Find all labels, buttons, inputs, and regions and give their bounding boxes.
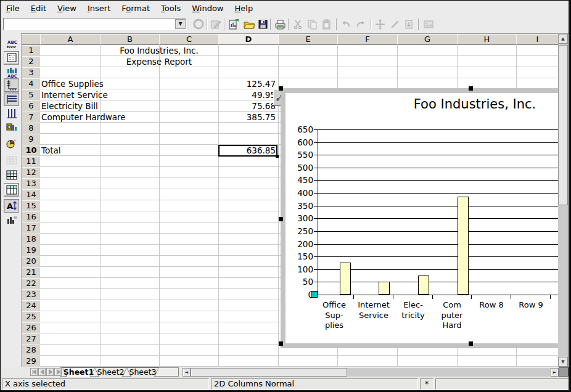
menu-file[interactable]: File: [1, 2, 25, 14]
expense-value-cell[interactable]: 75.68: [219, 100, 276, 112]
hscroll-left-button[interactable]: ◄: [183, 368, 191, 377]
expense-label-cell[interactable]: Internet Service: [41, 89, 108, 100]
combobox-dropdown-arrow-icon[interactable]: ▼: [175, 19, 186, 29]
bar-4[interactable]: [458, 197, 469, 295]
row-header-4[interactable]: 4: [22, 78, 41, 90]
cell-reference-input[interactable]: [4, 19, 175, 30]
expense-label-cell[interactable]: Electricity Bill: [41, 100, 98, 112]
cell-reference-combobox[interactable]: ▼: [3, 18, 187, 30]
row-header-16[interactable]: 16: [22, 211, 41, 223]
menu-format[interactable]: Format: [116, 2, 155, 14]
bar-1[interactable]: [340, 263, 351, 295]
menu-view[interactable]: View: [52, 2, 82, 14]
merged-title-cell[interactable]: Expense Report: [100, 56, 218, 67]
column-header-E[interactable]: E: [278, 34, 338, 45]
row-header-20[interactable]: 20: [22, 256, 41, 267]
row-header-8[interactable]: 8: [22, 123, 41, 134]
row-header-3[interactable]: 3: [22, 67, 41, 79]
row-header-1[interactable]: 1: [22, 45, 41, 57]
menu-tools[interactable]: Tools: [155, 2, 186, 14]
row-header-2[interactable]: 2: [22, 56, 41, 68]
menu-insert[interactable]: Insert: [82, 2, 116, 14]
axis-selection-handle[interactable]: [311, 291, 318, 298]
row-header-18[interactable]: 18: [22, 234, 41, 245]
chart-canvas[interactable]: Foo Industries, Inc. 0501001502002503003…: [286, 93, 558, 343]
row-header-7[interactable]: 7: [22, 112, 41, 123]
menu-edit[interactable]: Edit: [25, 2, 52, 14]
sheet-tab-sheet2[interactable]: Sheet2: [94, 367, 127, 377]
expense-label-cell[interactable]: Total: [41, 145, 61, 156]
data-in-columns-icon[interactable]: [4, 183, 19, 197]
row-header-19[interactable]: 19: [22, 245, 41, 256]
column-header-F[interactable]: F: [337, 34, 398, 45]
column-header-G[interactable]: G: [397, 34, 458, 45]
open-icon[interactable]: [242, 17, 256, 31]
menu-help[interactable]: Help: [229, 2, 259, 14]
row-header-15[interactable]: 15: [22, 200, 41, 212]
row-header-11[interactable]: 11: [22, 156, 41, 168]
row-header-23[interactable]: 23: [22, 289, 41, 301]
vertical-grid-icon[interactable]: [4, 107, 19, 120]
axis-descriptions-icon[interactable]: ABC: [4, 66, 19, 80]
row-header-5[interactable]: 5: [22, 89, 41, 101]
selection-handle-bottom-middle[interactable]: [469, 341, 473, 346]
bar-3[interactable]: [418, 276, 429, 295]
bar-2[interactable]: [379, 282, 390, 295]
fill-handle[interactable]: [276, 155, 279, 158]
data-in-rows-icon[interactable]: [4, 168, 19, 182]
horizontal-scrollbar-thumb[interactable]: [191, 368, 347, 377]
row-header-12[interactable]: 12: [22, 167, 41, 179]
expense-value-cell[interactable]: 49.95: [219, 89, 276, 100]
scroll-down-button[interactable]: ▼: [558, 357, 568, 367]
selection-handle-left-middle[interactable]: [279, 217, 283, 221]
column-header-I[interactable]: I: [516, 34, 559, 45]
row-header-13[interactable]: 13: [22, 178, 41, 190]
column-header-H[interactable]: H: [457, 34, 517, 45]
tab-last-button[interactable]: [54, 368, 62, 376]
expense-value-cell[interactable]: 125.47: [219, 78, 276, 89]
column-header-C[interactable]: C: [159, 34, 219, 45]
selection-handle-top-left[interactable]: [279, 86, 283, 91]
selection-handle-bottom-left[interactable]: [279, 341, 283, 346]
row-header-9[interactable]: 9: [22, 134, 41, 145]
menu-window[interactable]: Window: [186, 2, 229, 14]
active-cell-selection[interactable]: [218, 145, 277, 157]
row-header-14[interactable]: 14: [22, 189, 41, 201]
save-icon[interactable]: [256, 17, 270, 31]
sheet-tab-sheet1[interactable]: Sheet1: [62, 367, 95, 377]
row-header-27[interactable]: 27: [22, 333, 41, 345]
axis-labels-icon[interactable]: [4, 78, 19, 92]
print-icon[interactable]: [273, 17, 287, 31]
tab-prev-button[interactable]: [38, 368, 46, 376]
chart-type-icon[interactable]: [4, 121, 19, 135]
reorganize-chart-icon[interactable]: [4, 213, 19, 227]
row-header-24[interactable]: 24: [22, 300, 41, 312]
row-header-6[interactable]: 6: [22, 100, 41, 112]
column-header-A[interactable]: A: [40, 34, 101, 45]
hscroll-right-button[interactable]: ►: [551, 368, 559, 377]
expense-value-cell[interactable]: 385.75: [219, 112, 276, 123]
tab-first-button[interactable]: [30, 368, 38, 376]
chart-autoformat-icon[interactable]: [4, 137, 19, 150]
column-header-B[interactable]: B: [100, 34, 160, 45]
horizontal-grid-icon[interactable]: [4, 92, 19, 106]
tab-next-button[interactable]: [46, 368, 54, 376]
merged-title-cell[interactable]: Foo Industries, Inc.: [100, 45, 218, 56]
row-header-25[interactable]: 25: [22, 311, 41, 323]
expense-label-cell[interactable]: Office Supplies: [41, 78, 104, 89]
sheet-tab-sheet3[interactable]: Sheet3: [126, 367, 159, 377]
row-header-22[interactable]: 22: [22, 278, 41, 290]
legend-icon[interactable]: [4, 51, 19, 65]
vertical-scrollbar-thumb[interactable]: [558, 45, 568, 205]
axes-title-icon[interactable]: ABC: [4, 38, 19, 51]
row-header-21[interactable]: 21: [22, 267, 41, 279]
new-chart-icon[interactable]: [226, 17, 240, 31]
select-all-corner[interactable]: [22, 34, 41, 45]
scale-text-icon[interactable]: A: [4, 199, 19, 213]
selection-handle-top-middle[interactable]: [469, 86, 473, 91]
row-header-29[interactable]: 29: [22, 356, 41, 367]
expense-label-cell[interactable]: Computer Hardware: [41, 112, 126, 123]
row-header-10[interactable]: 10: [22, 145, 41, 157]
chart-title[interactable]: Foo Industries, Inc.: [414, 97, 536, 112]
column-header-D[interactable]: D: [218, 34, 279, 45]
